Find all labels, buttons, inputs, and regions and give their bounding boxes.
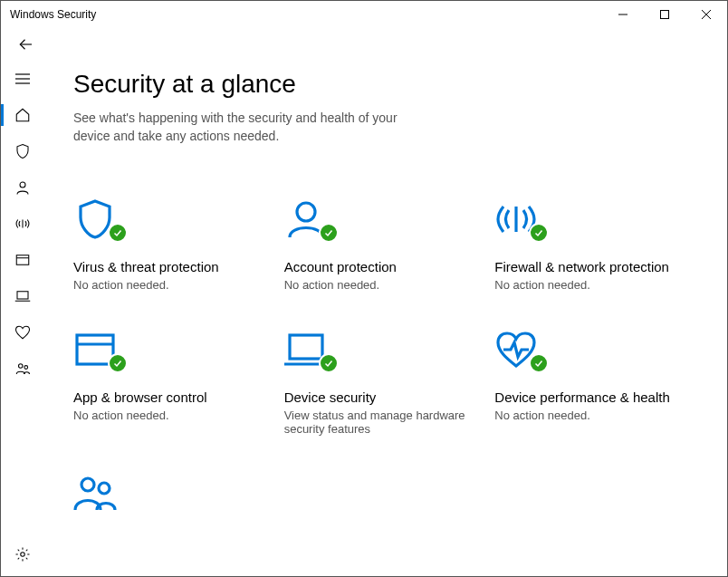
svg-rect-12 [17, 292, 28, 299]
title-bar: Windows Security [1, 1, 727, 28]
tile-firewall[interactable]: Firewall & network protection No action … [494, 190, 698, 313]
svg-point-16 [21, 553, 25, 557]
check-badge-icon [529, 223, 549, 243]
sidebar-item-virus[interactable] [1, 133, 44, 169]
sidebar-item-app-browser[interactable] [1, 242, 44, 278]
tile-status: No action needed. [73, 409, 270, 422]
tile-title: Firewall & network protection [494, 259, 691, 274]
hamburger-button[interactable] [1, 61, 44, 97]
tile-status: No action needed. [494, 278, 691, 292]
svg-point-14 [19, 364, 24, 369]
back-bar [1, 28, 727, 61]
sidebar-item-firewall[interactable] [1, 206, 44, 242]
minimize-button[interactable] [602, 1, 644, 28]
page-subtitle: See what's happening with the security a… [73, 110, 426, 145]
signal-icon [14, 216, 31, 232]
svg-point-23 [81, 478, 94, 491]
svg-point-17 [297, 203, 315, 221]
sidebar-item-device-security[interactable] [1, 278, 44, 314]
check-badge-icon [108, 353, 128, 373]
tile-title: Virus & threat protection [73, 259, 270, 274]
sidebar-item-family[interactable] [1, 351, 44, 387]
check-badge-icon [319, 223, 339, 243]
tile-status: No action needed. [284, 278, 481, 292]
gear-icon [14, 546, 31, 563]
people-icon [73, 472, 117, 515]
page-title: Security at a glance [73, 70, 698, 99]
svg-rect-21 [290, 335, 322, 359]
check-badge-icon [319, 353, 339, 373]
heart-icon [14, 324, 31, 341]
tile-status: View status and manage hardware security… [284, 409, 481, 436]
home-icon [14, 107, 31, 123]
window-icon [14, 252, 31, 268]
sidebar-item-performance[interactable] [1, 314, 44, 351]
tile-virus-threat[interactable]: Virus & threat protection No action need… [73, 190, 277, 313]
back-button[interactable] [17, 35, 35, 53]
svg-point-24 [99, 483, 110, 494]
tile-status: No action needed. [73, 278, 270, 292]
tile-performance[interactable]: Device performance & health No action ne… [494, 321, 698, 457]
tile-title: App & browser control [73, 389, 270, 405]
sidebar-item-account[interactable] [1, 169, 44, 206]
people-icon [14, 361, 31, 377]
tile-status: No action needed. [494, 409, 691, 422]
sidebar [1, 61, 44, 577]
tile-family[interactable] [73, 465, 277, 537]
person-icon [14, 179, 31, 196]
check-badge-icon [108, 223, 128, 243]
svg-point-8 [20, 182, 25, 188]
tile-device-security[interactable]: Device security View status and manage h… [284, 321, 488, 457]
tile-account[interactable]: Account protection No action needed. [284, 190, 488, 313]
tile-title: Device performance & health [494, 389, 691, 405]
check-badge-icon [529, 353, 549, 373]
svg-rect-1 [661, 11, 669, 19]
shield-icon [14, 143, 31, 159]
svg-rect-10 [16, 255, 29, 265]
tile-title: Account protection [284, 259, 481, 274]
main-content: Security at a glance See what's happenin… [44, 61, 727, 577]
close-button[interactable] [685, 1, 727, 28]
laptop-icon [14, 288, 31, 304]
sidebar-item-home[interactable] [1, 97, 44, 133]
sidebar-item-settings[interactable] [1, 536, 44, 572]
window-title: Windows Security [10, 8, 96, 21]
maximize-button[interactable] [644, 1, 685, 28]
tile-app-browser[interactable]: App & browser control No action needed. [73, 321, 277, 457]
tile-title: Device security [284, 389, 481, 405]
svg-point-15 [24, 366, 28, 370]
